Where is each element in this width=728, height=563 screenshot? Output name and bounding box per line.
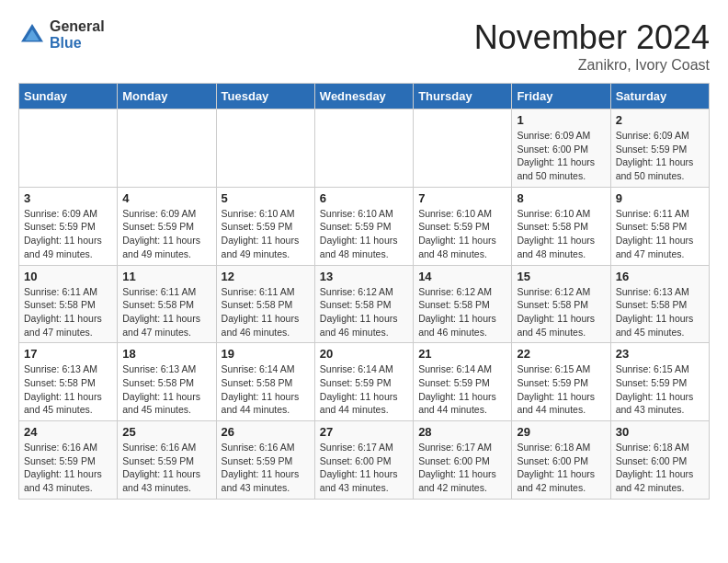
calendar-cell: 6Sunrise: 6:10 AM Sunset: 5:59 PM Daylig… (314, 187, 413, 265)
calendar-cell (216, 109, 314, 188)
calendar-cell: 17Sunrise: 6:13 AM Sunset: 5:58 PM Dayli… (19, 343, 118, 421)
calendar-cell: 5Sunrise: 6:10 AM Sunset: 5:59 PM Daylig… (216, 187, 314, 265)
day-info: Sunrise: 6:12 AM Sunset: 5:58 PM Dayligh… (517, 285, 605, 339)
day-info: Sunrise: 6:09 AM Sunset: 5:59 PM Dayligh… (24, 207, 112, 261)
day-info: Sunrise: 6:11 AM Sunset: 5:58 PM Dayligh… (222, 285, 310, 339)
day-info: Sunrise: 6:14 AM Sunset: 5:59 PM Dayligh… (418, 362, 506, 417)
day-info: Sunrise: 6:17 AM Sunset: 6:00 PM Dayligh… (320, 441, 408, 495)
calendar-cell: 13Sunrise: 6:12 AM Sunset: 5:58 PM Dayli… (314, 265, 413, 343)
day-info: Sunrise: 6:10 AM Sunset: 5:58 PM Dayligh… (517, 207, 605, 261)
day-info: Sunrise: 6:16 AM Sunset: 5:59 PM Dayligh… (122, 441, 210, 495)
calendar-cell: 20Sunrise: 6:14 AM Sunset: 5:59 PM Dayli… (314, 343, 413, 421)
calendar-cell: 9Sunrise: 6:11 AM Sunset: 5:58 PM Daylig… (610, 187, 709, 265)
calendar-cell: 10Sunrise: 6:11 AM Sunset: 5:58 PM Dayli… (19, 265, 118, 343)
day-number: 22 (517, 347, 605, 361)
calendar-cell: 11Sunrise: 6:11 AM Sunset: 5:58 PM Dayli… (118, 265, 216, 343)
day-number: 1 (517, 113, 605, 127)
calendar-week-5: 24Sunrise: 6:16 AM Sunset: 5:59 PM Dayli… (19, 421, 710, 500)
day-info: Sunrise: 6:18 AM Sunset: 6:00 PM Dayligh… (616, 441, 704, 495)
calendar-cell: 15Sunrise: 6:12 AM Sunset: 5:58 PM Dayli… (512, 265, 610, 343)
day-info: Sunrise: 6:12 AM Sunset: 5:58 PM Dayligh… (418, 285, 506, 339)
calendar-body: 1Sunrise: 6:09 AM Sunset: 6:00 PM Daylig… (19, 109, 710, 500)
logo: General Blue (18, 18, 105, 51)
calendar-cell: 14Sunrise: 6:12 AM Sunset: 5:58 PM Dayli… (414, 265, 512, 343)
calendar-cell (19, 109, 118, 188)
calendar-cell: 18Sunrise: 6:13 AM Sunset: 5:58 PM Dayli… (118, 343, 216, 421)
weekday-header-thursday: Thursday (414, 84, 512, 109)
calendar-cell: 30Sunrise: 6:18 AM Sunset: 6:00 PM Dayli… (610, 421, 709, 500)
day-info: Sunrise: 6:09 AM Sunset: 6:00 PM Dayligh… (517, 129, 605, 183)
day-number: 3 (24, 191, 112, 205)
calendar-week-4: 17Sunrise: 6:13 AM Sunset: 5:58 PM Dayli… (19, 343, 710, 421)
day-info: Sunrise: 6:10 AM Sunset: 5:59 PM Dayligh… (418, 207, 506, 261)
day-info: Sunrise: 6:14 AM Sunset: 5:58 PM Dayligh… (222, 362, 310, 417)
day-number: 13 (320, 270, 408, 283)
day-info: Sunrise: 6:17 AM Sunset: 6:00 PM Dayligh… (418, 441, 506, 495)
day-info: Sunrise: 6:13 AM Sunset: 5:58 PM Dayligh… (24, 362, 112, 417)
location-title: Zanikro, Ivory Coast (474, 57, 710, 74)
day-info: Sunrise: 6:09 AM Sunset: 5:59 PM Dayligh… (122, 207, 210, 261)
day-info: Sunrise: 6:11 AM Sunset: 5:58 PM Dayligh… (122, 285, 210, 339)
day-number: 9 (616, 191, 704, 205)
day-info: Sunrise: 6:11 AM Sunset: 5:58 PM Dayligh… (616, 207, 704, 261)
day-info: Sunrise: 6:15 AM Sunset: 5:59 PM Dayligh… (616, 362, 704, 417)
day-number: 28 (418, 425, 506, 439)
day-number: 15 (517, 270, 605, 283)
day-number: 18 (122, 347, 210, 361)
day-number: 8 (517, 191, 605, 205)
calendar-cell: 2Sunrise: 6:09 AM Sunset: 5:59 PM Daylig… (610, 109, 709, 188)
title-area: November 2024 Zanikro, Ivory Coast (474, 18, 710, 74)
day-number: 12 (222, 270, 310, 283)
day-number: 19 (222, 347, 310, 361)
weekday-header-wednesday: Wednesday (314, 84, 413, 109)
calendar-cell: 21Sunrise: 6:14 AM Sunset: 5:59 PM Dayli… (414, 343, 512, 421)
day-number: 6 (320, 191, 408, 205)
day-number: 4 (122, 191, 210, 205)
day-number: 20 (320, 347, 408, 361)
day-info: Sunrise: 6:16 AM Sunset: 5:59 PM Dayligh… (24, 441, 112, 495)
day-info: Sunrise: 6:11 AM Sunset: 5:58 PM Dayligh… (24, 285, 112, 339)
calendar-cell: 28Sunrise: 6:17 AM Sunset: 6:00 PM Dayli… (414, 421, 512, 500)
month-title: November 2024 (474, 18, 710, 57)
calendar-cell: 25Sunrise: 6:16 AM Sunset: 5:59 PM Dayli… (118, 421, 216, 500)
weekday-header-tuesday: Tuesday (216, 84, 314, 109)
calendar-table: SundayMondayTuesdayWednesdayThursdayFrid… (18, 83, 710, 500)
day-info: Sunrise: 6:18 AM Sunset: 6:00 PM Dayligh… (517, 441, 605, 495)
calendar-cell: 24Sunrise: 6:16 AM Sunset: 5:59 PM Dayli… (19, 421, 118, 500)
logo-icon (18, 21, 46, 49)
calendar-cell: 23Sunrise: 6:15 AM Sunset: 5:59 PM Dayli… (610, 343, 709, 421)
page-header: General Blue November 2024 Zanikro, Ivor… (18, 18, 710, 74)
calendar-cell: 7Sunrise: 6:10 AM Sunset: 5:59 PM Daylig… (414, 187, 512, 265)
day-number: 16 (616, 270, 704, 283)
day-number: 14 (418, 270, 506, 283)
calendar-cell: 3Sunrise: 6:09 AM Sunset: 5:59 PM Daylig… (19, 187, 118, 265)
day-info: Sunrise: 6:10 AM Sunset: 5:59 PM Dayligh… (222, 207, 310, 261)
day-number: 24 (24, 425, 112, 439)
logo-blue-text: Blue (50, 35, 105, 52)
weekday-header-sunday: Sunday (19, 84, 118, 109)
calendar-cell: 26Sunrise: 6:16 AM Sunset: 5:59 PM Dayli… (216, 421, 314, 500)
day-number: 27 (320, 425, 408, 439)
day-number: 23 (616, 347, 704, 361)
calendar-cell: 12Sunrise: 6:11 AM Sunset: 5:58 PM Dayli… (216, 265, 314, 343)
day-info: Sunrise: 6:13 AM Sunset: 5:58 PM Dayligh… (122, 362, 210, 417)
weekday-header-row: SundayMondayTuesdayWednesdayThursdayFrid… (19, 84, 710, 109)
calendar-cell: 29Sunrise: 6:18 AM Sunset: 6:00 PM Dayli… (512, 421, 610, 500)
calendar-cell: 16Sunrise: 6:13 AM Sunset: 5:58 PM Dayli… (610, 265, 709, 343)
day-number: 17 (24, 347, 112, 361)
day-info: Sunrise: 6:14 AM Sunset: 5:59 PM Dayligh… (320, 362, 408, 417)
day-number: 2 (616, 113, 704, 127)
calendar-cell: 1Sunrise: 6:09 AM Sunset: 6:00 PM Daylig… (512, 109, 610, 188)
day-number: 21 (418, 347, 506, 361)
day-number: 10 (24, 270, 112, 283)
day-info: Sunrise: 6:13 AM Sunset: 5:58 PM Dayligh… (616, 285, 704, 339)
day-number: 29 (517, 425, 605, 439)
weekday-header-monday: Monday (118, 84, 216, 109)
day-info: Sunrise: 6:09 AM Sunset: 5:59 PM Dayligh… (616, 129, 704, 183)
day-number: 5 (222, 191, 310, 205)
calendar-week-2: 3Sunrise: 6:09 AM Sunset: 5:59 PM Daylig… (19, 187, 710, 265)
calendar-cell (414, 109, 512, 188)
day-info: Sunrise: 6:16 AM Sunset: 5:59 PM Dayligh… (222, 441, 310, 495)
day-info: Sunrise: 6:10 AM Sunset: 5:59 PM Dayligh… (320, 207, 408, 261)
day-number: 7 (418, 191, 506, 205)
